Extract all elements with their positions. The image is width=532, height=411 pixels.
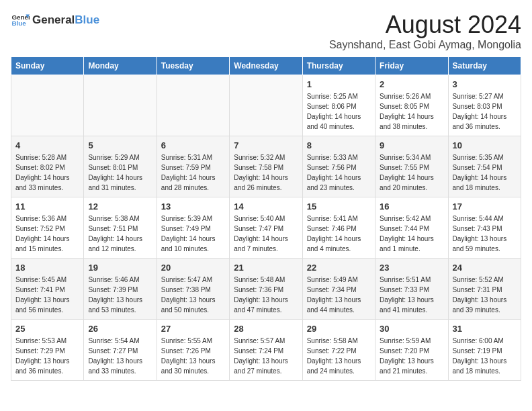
calendar-cell: 23Sunrise: 5:51 AM Sunset: 7:33 PM Dayli…: [375, 259, 448, 320]
day-number: 28: [234, 324, 298, 334]
day-number: 29: [307, 324, 371, 334]
calendar-cell: 27Sunrise: 5:55 AM Sunset: 7:26 PM Dayli…: [157, 320, 229, 381]
svg-text:Blue: Blue: [11, 19, 26, 27]
day-info: Sunrise: 5:25 AM Sunset: 8:06 PM Dayligh…: [307, 91, 371, 132]
day-info: Sunrise: 5:45 AM Sunset: 7:41 PM Dayligh…: [15, 275, 79, 315]
calendar-cell: 8Sunrise: 5:33 AM Sunset: 7:56 PM Daylig…: [302, 136, 375, 197]
day-info: Sunrise: 5:48 AM Sunset: 7:36 PM Dayligh…: [234, 275, 298, 315]
day-info: Sunrise: 5:27 AM Sunset: 8:03 PM Dayligh…: [453, 91, 517, 132]
calendar-cell: 18Sunrise: 5:45 AM Sunset: 7:41 PM Dayli…: [11, 259, 84, 320]
weekday-header-wednesday: Wednesday: [230, 57, 302, 75]
calendar-cell: [157, 75, 229, 136]
weekday-header-sunday: Sunday: [11, 57, 84, 75]
day-number: 11: [15, 201, 79, 212]
day-number: 7: [234, 140, 298, 150]
day-info: Sunrise: 5:34 AM Sunset: 7:55 PM Dayligh…: [380, 152, 443, 193]
calendar-cell: 29Sunrise: 5:58 AM Sunset: 7:22 PM Dayli…: [302, 320, 375, 381]
calendar-cell: 6Sunrise: 5:31 AM Sunset: 7:59 PM Daylig…: [157, 136, 229, 197]
day-info: Sunrise: 5:54 AM Sunset: 7:27 PM Dayligh…: [88, 336, 152, 376]
calendar-cell: 5Sunrise: 5:29 AM Sunset: 8:01 PM Daylig…: [84, 136, 157, 197]
calendar-cell: 16Sunrise: 5:42 AM Sunset: 7:44 PM Dayli…: [375, 197, 448, 259]
day-info: Sunrise: 5:35 AM Sunset: 7:54 PM Dayligh…: [453, 152, 517, 193]
day-info: Sunrise: 5:49 AM Sunset: 7:34 PM Dayligh…: [307, 275, 371, 315]
calendar-cell: 20Sunrise: 5:47 AM Sunset: 7:38 PM Dayli…: [157, 259, 229, 320]
calendar-cell: 1Sunrise: 5:25 AM Sunset: 8:06 PM Daylig…: [302, 75, 375, 136]
day-number: 31: [453, 324, 517, 334]
day-info: Sunrise: 5:53 AM Sunset: 7:29 PM Dayligh…: [15, 336, 79, 376]
page-header: General Blue GeneralBlue August 2024 Say…: [11, 11, 521, 51]
day-info: Sunrise: 5:31 AM Sunset: 7:59 PM Dayligh…: [161, 152, 225, 193]
day-number: 2: [380, 79, 443, 89]
day-number: 26: [88, 324, 152, 334]
calendar-cell: 15Sunrise: 5:41 AM Sunset: 7:46 PM Dayli…: [302, 197, 375, 259]
day-number: 9: [380, 140, 443, 150]
day-number: 27: [161, 324, 225, 334]
day-number: 3: [453, 79, 517, 89]
day-info: Sunrise: 5:44 AM Sunset: 7:43 PM Dayligh…: [453, 214, 517, 254]
calendar-cell: 25Sunrise: 5:53 AM Sunset: 7:29 PM Dayli…: [11, 320, 84, 381]
weekday-header-tuesday: Tuesday: [157, 57, 229, 75]
subtitle: Saynshand, East Gobi Aymag, Mongolia: [329, 39, 521, 51]
day-number: 15: [307, 201, 371, 212]
day-number: 25: [15, 324, 79, 334]
calendar-cell: 3Sunrise: 5:27 AM Sunset: 8:03 PM Daylig…: [448, 75, 521, 136]
day-info: Sunrise: 5:42 AM Sunset: 7:44 PM Dayligh…: [380, 214, 443, 254]
day-number: 18: [15, 263, 79, 273]
day-number: 24: [453, 263, 517, 273]
day-info: Sunrise: 5:40 AM Sunset: 7:47 PM Dayligh…: [234, 214, 298, 254]
day-info: Sunrise: 5:33 AM Sunset: 7:56 PM Dayligh…: [307, 152, 371, 193]
calendar-cell: 19Sunrise: 5:46 AM Sunset: 7:39 PM Dayli…: [84, 259, 157, 320]
day-info: Sunrise: 5:58 AM Sunset: 7:22 PM Dayligh…: [307, 336, 371, 376]
day-number: 17: [453, 201, 517, 212]
day-number: 5: [88, 140, 152, 150]
week-row-2: 4Sunrise: 5:28 AM Sunset: 8:02 PM Daylig…: [11, 136, 521, 197]
calendar-cell: 13Sunrise: 5:39 AM Sunset: 7:49 PM Dayli…: [157, 197, 229, 259]
weekday-header-saturday: Saturday: [448, 57, 521, 75]
day-number: 21: [234, 263, 298, 273]
day-number: 4: [15, 140, 79, 150]
day-info: Sunrise: 5:29 AM Sunset: 8:01 PM Dayligh…: [88, 152, 152, 193]
day-number: 22: [307, 263, 371, 273]
weekday-header-friday: Friday: [375, 57, 448, 75]
title-block: August 2024 Saynshand, East Gobi Aymag, …: [329, 11, 521, 51]
day-info: Sunrise: 5:51 AM Sunset: 7:33 PM Dayligh…: [380, 275, 443, 315]
calendar-cell: 9Sunrise: 5:34 AM Sunset: 7:55 PM Daylig…: [375, 136, 448, 197]
day-number: 13: [161, 201, 225, 212]
day-info: Sunrise: 5:39 AM Sunset: 7:49 PM Dayligh…: [161, 214, 225, 254]
logo-general: General: [32, 13, 75, 26]
calendar-cell: 11Sunrise: 5:36 AM Sunset: 7:52 PM Dayli…: [11, 197, 84, 259]
logo-icon: General Blue: [11, 11, 30, 30]
day-number: 23: [380, 263, 443, 273]
day-info: Sunrise: 5:59 AM Sunset: 7:20 PM Dayligh…: [380, 336, 443, 376]
logo-text: GeneralBlue: [32, 13, 99, 27]
day-number: 30: [380, 324, 443, 334]
day-info: Sunrise: 6:00 AM Sunset: 7:19 PM Dayligh…: [453, 336, 517, 376]
calendar-cell: 31Sunrise: 6:00 AM Sunset: 7:19 PM Dayli…: [448, 320, 521, 381]
calendar-cell: 22Sunrise: 5:49 AM Sunset: 7:34 PM Dayli…: [302, 259, 375, 320]
logo-blue: Blue: [75, 13, 99, 26]
calendar-cell: 12Sunrise: 5:38 AM Sunset: 7:51 PM Dayli…: [84, 197, 157, 259]
calendar-cell: 7Sunrise: 5:32 AM Sunset: 7:58 PM Daylig…: [230, 136, 302, 197]
weekday-header-monday: Monday: [84, 57, 157, 75]
day-info: Sunrise: 5:36 AM Sunset: 7:52 PM Dayligh…: [15, 214, 79, 254]
day-number: 1: [307, 79, 371, 89]
day-number: 10: [453, 140, 517, 150]
day-number: 6: [161, 140, 225, 150]
calendar-cell: 28Sunrise: 5:57 AM Sunset: 7:24 PM Dayli…: [230, 320, 302, 381]
week-row-5: 25Sunrise: 5:53 AM Sunset: 7:29 PM Dayli…: [11, 320, 521, 381]
weekday-header-row: SundayMondayTuesdayWednesdayThursdayFrid…: [11, 57, 521, 75]
week-row-1: 1Sunrise: 5:25 AM Sunset: 8:06 PM Daylig…: [11, 75, 521, 136]
day-info: Sunrise: 5:28 AM Sunset: 8:02 PM Dayligh…: [15, 152, 79, 193]
day-number: 20: [161, 263, 225, 273]
calendar-cell: 10Sunrise: 5:35 AM Sunset: 7:54 PM Dayli…: [448, 136, 521, 197]
calendar-cell: 17Sunrise: 5:44 AM Sunset: 7:43 PM Dayli…: [448, 197, 521, 259]
calendar-table: SundayMondayTuesdayWednesdayThursdayFrid…: [11, 56, 521, 381]
day-number: 19: [88, 263, 152, 273]
weekday-header-thursday: Thursday: [302, 57, 375, 75]
day-number: 8: [307, 140, 371, 150]
calendar-cell: 21Sunrise: 5:48 AM Sunset: 7:36 PM Dayli…: [230, 259, 302, 320]
calendar-cell: [84, 75, 157, 136]
day-info: Sunrise: 5:55 AM Sunset: 7:26 PM Dayligh…: [161, 336, 225, 376]
main-title: August 2024: [329, 11, 521, 39]
day-info: Sunrise: 5:57 AM Sunset: 7:24 PM Dayligh…: [234, 336, 298, 376]
